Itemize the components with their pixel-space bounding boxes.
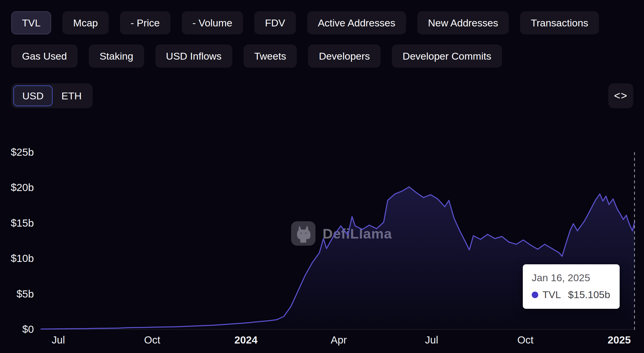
tooltip-series-row: TVL $15.105b — [532, 289, 610, 300]
tooltip-series-dot — [532, 292, 538, 298]
x-axis-label-apr: Apr — [331, 334, 347, 346]
x-axis-label-jul: Jul — [425, 334, 438, 346]
x-axis-label-jul: Jul — [52, 334, 65, 346]
y-axis-label-0: $0 — [22, 323, 34, 335]
y-axis-label-20b: $20b — [11, 182, 34, 193]
y-axis-label-15b: $15b — [11, 217, 34, 229]
tvl-chart[interactable]: DefiLlama $0$5b$10b$15b$20b$25bJulOct202… — [0, 0, 644, 353]
y-axis-label-5b: $5b — [17, 288, 34, 300]
x-axis-label-2025: 2025 — [608, 334, 631, 346]
x-axis-label-oct: Oct — [144, 334, 160, 346]
y-axis-label-10b: $10b — [11, 252, 34, 264]
tooltip-series-label: TVL — [542, 289, 561, 300]
tooltip-date: Jan 16, 2025 — [532, 272, 610, 284]
x-axis-label-oct: Oct — [517, 334, 533, 346]
tooltip-series-value: $15.105b — [568, 289, 610, 300]
y-axis-label-25b: $25b — [11, 146, 34, 158]
chart-tooltip: Jan 16, 2025 TVL $15.105b — [523, 264, 620, 309]
x-axis-label-2024: 2024 — [234, 334, 258, 346]
